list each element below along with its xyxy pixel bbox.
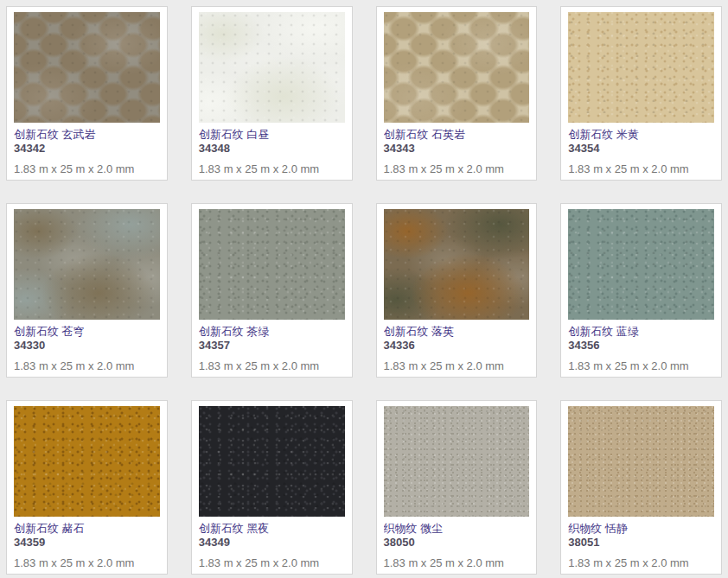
product-swatch-image[interactable] <box>384 12 530 123</box>
product-card[interactable]: 创新石纹 蓝绿 34356 1.83 m x 25 m x 2.0 mm <box>560 203 722 378</box>
product-title-link[interactable]: 创新石纹 赭石 <box>14 522 160 536</box>
product-dimensions: 1.83 m x 25 m x 2.0 mm <box>384 162 530 175</box>
product-title-link[interactable]: 创新石纹 米黄 <box>568 128 714 142</box>
product-title-link[interactable]: 创新石纹 茶绿 <box>199 325 345 339</box>
product-card[interactable]: 创新石纹 米黄 34354 1.83 m x 25 m x 2.0 mm <box>560 6 722 181</box>
product-dimensions: 1.83 m x 25 m x 2.0 mm <box>199 359 345 372</box>
product-swatch-image[interactable] <box>568 406 714 517</box>
product-card[interactable]: 创新石纹 石英岩 34343 1.83 m x 25 m x 2.0 mm <box>376 6 538 181</box>
product-title-link[interactable]: 创新石纹 石英岩 <box>384 128 530 142</box>
next-row-partial <box>0 575 728 578</box>
product-dimensions: 1.83 m x 25 m x 2.0 mm <box>568 162 714 175</box>
product-dimensions: 1.83 m x 25 m x 2.0 mm <box>199 556 345 569</box>
product-swatch-image[interactable] <box>14 12 160 123</box>
product-dimensions: 1.83 m x 25 m x 2.0 mm <box>14 162 160 175</box>
product-swatch-image[interactable] <box>568 12 714 123</box>
product-code: 34336 <box>384 339 530 352</box>
product-title-link[interactable]: 创新石纹 落英 <box>384 325 530 339</box>
product-code: 34330 <box>14 339 160 352</box>
product-swatch-image[interactable] <box>568 209 714 320</box>
product-swatch-image[interactable] <box>384 209 530 320</box>
product-swatch-image[interactable] <box>384 406 530 517</box>
product-card[interactable]: 创新石纹 白昼 34348 1.83 m x 25 m x 2.0 mm <box>191 6 353 181</box>
product-title-link[interactable]: 创新石纹 白昼 <box>199 128 345 142</box>
product-dimensions: 1.83 m x 25 m x 2.0 mm <box>568 556 714 569</box>
product-title-link[interactable]: 创新石纹 玄武岩 <box>14 128 160 142</box>
product-card[interactable]: 创新石纹 茶绿 34357 1.83 m x 25 m x 2.0 mm <box>191 203 353 378</box>
product-code: 34359 <box>14 536 160 549</box>
product-code: 34342 <box>14 142 160 155</box>
product-grid: 创新石纹 玄武岩 34342 1.83 m x 25 m x 2.0 mm 创新… <box>0 0 728 578</box>
product-title-link[interactable]: 织物纹 微尘 <box>384 522 530 536</box>
product-title-link[interactable]: 创新石纹 黑夜 <box>199 522 345 536</box>
product-code: 34343 <box>384 142 530 155</box>
product-swatch-image[interactable] <box>199 209 345 320</box>
product-card[interactable]: 织物纹 微尘 38050 1.83 m x 25 m x 2.0 mm <box>376 400 538 575</box>
product-card[interactable]: 创新石纹 玄武岩 34342 1.83 m x 25 m x 2.0 mm <box>6 6 168 181</box>
product-code: 34356 <box>568 339 714 352</box>
product-code: 34348 <box>199 142 345 155</box>
product-swatch-image[interactable] <box>14 209 160 320</box>
product-dimensions: 1.83 m x 25 m x 2.0 mm <box>14 359 160 372</box>
product-card[interactable]: 创新石纹 黑夜 34349 1.83 m x 25 m x 2.0 mm <box>191 400 353 575</box>
product-title-link[interactable]: 创新石纹 苍穹 <box>14 325 160 339</box>
product-dimensions: 1.83 m x 25 m x 2.0 mm <box>384 556 530 569</box>
product-code: 34349 <box>199 536 345 549</box>
product-code: 34354 <box>568 142 714 155</box>
product-dimensions: 1.83 m x 25 m x 2.0 mm <box>384 359 530 372</box>
product-code: 38051 <box>568 536 714 549</box>
product-swatch-image[interactable] <box>14 406 160 517</box>
product-dimensions: 1.83 m x 25 m x 2.0 mm <box>14 556 160 569</box>
product-title-link[interactable]: 创新石纹 蓝绿 <box>568 325 714 339</box>
product-dimensions: 1.83 m x 25 m x 2.0 mm <box>199 162 345 175</box>
product-code: 38050 <box>384 536 530 549</box>
product-dimensions: 1.83 m x 25 m x 2.0 mm <box>568 359 714 372</box>
product-swatch-image[interactable] <box>199 12 345 123</box>
product-card[interactable]: 织物纹 恬静 38051 1.83 m x 25 m x 2.0 mm <box>560 400 722 575</box>
product-code: 34357 <box>199 339 345 352</box>
product-title-link[interactable]: 织物纹 恬静 <box>568 522 714 536</box>
product-card[interactable]: 创新石纹 赭石 34359 1.83 m x 25 m x 2.0 mm <box>6 400 168 575</box>
product-card[interactable]: 创新石纹 苍穹 34330 1.83 m x 25 m x 2.0 mm <box>6 203 168 378</box>
product-swatch-image[interactable] <box>199 406 345 517</box>
product-card[interactable]: 创新石纹 落英 34336 1.83 m x 25 m x 2.0 mm <box>376 203 538 378</box>
